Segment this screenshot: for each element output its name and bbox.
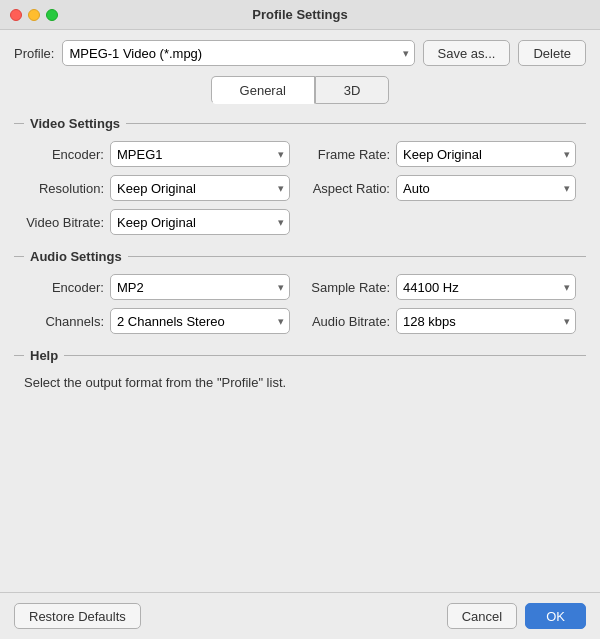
audio-encoder-select-wrapper: MP2MP3AAC [110, 274, 290, 300]
help-section: Help Select the output format from the "… [14, 348, 586, 568]
resolution-select-wrapper: Keep Original320x240640x4801280x720 [110, 175, 290, 201]
framerate-select[interactable]: Keep Original23.9762529.9730 [396, 141, 576, 167]
profile-row: Profile: MPEG-1 Video (*.mpg) MPEG-2 Vid… [14, 40, 586, 66]
audiobitrate-select[interactable]: 128 kbps64 kbps192 kbps256 kbps [396, 308, 576, 334]
aspectratio-label: Aspect Ratio: [310, 181, 390, 196]
minimize-button[interactable] [28, 9, 40, 21]
audiobitrate-label: Audio Bitrate: [310, 314, 390, 329]
videobitrate-select[interactable]: Keep Original512 kbps1000 kbps2000 kbps [110, 209, 290, 235]
audio-settings-section: Audio Settings Encoder: MP2MP3AAC Sample… [14, 249, 586, 334]
delete-button[interactable]: Delete [518, 40, 586, 66]
video-settings-header: Video Settings [14, 116, 586, 131]
audiobitrate-row: Audio Bitrate: 128 kbps64 kbps192 kbps25… [310, 308, 576, 334]
main-content: Profile: MPEG-1 Video (*.mpg) MPEG-2 Vid… [0, 30, 600, 592]
tabs-row: General 3D [14, 76, 586, 104]
encoder-label: Encoder: [24, 147, 104, 162]
title-bar: Profile Settings [0, 0, 600, 30]
audio-settings-header: Audio Settings [14, 249, 586, 264]
framerate-row: Frame Rate: Keep Original23.9762529.9730 [310, 141, 576, 167]
framerate-label: Frame Rate: [310, 147, 390, 162]
resolution-select[interactable]: Keep Original320x240640x4801280x720 [110, 175, 290, 201]
encoder-select-wrapper: MPEG1MPEG2H.264 [110, 141, 290, 167]
aspectratio-row: Aspect Ratio: Auto4:316:9 [310, 175, 576, 201]
channels-select[interactable]: 2 Channels Stereo1 Channel Mono6 Channel… [110, 308, 290, 334]
close-button[interactable] [10, 9, 22, 21]
videobitrate-row: Video Bitrate: Keep Original512 kbps1000… [24, 209, 290, 235]
samplerate-row: Sample Rate: 44100 Hz22050 Hz48000 Hz [310, 274, 576, 300]
channels-label: Channels: [24, 314, 104, 329]
samplerate-select[interactable]: 44100 Hz22050 Hz48000 Hz [396, 274, 576, 300]
section-right-line [126, 123, 586, 124]
audio-encoder-label: Encoder: [24, 280, 104, 295]
help-header: Help [14, 348, 586, 363]
tab-general[interactable]: General [211, 76, 315, 104]
video-settings-grid: Encoder: MPEG1MPEG2H.264 Frame Rate: Kee… [14, 141, 586, 235]
audio-settings-title: Audio Settings [24, 249, 128, 264]
encoder-select[interactable]: MPEG1MPEG2H.264 [110, 141, 290, 167]
section-left-line [14, 123, 24, 124]
videobitrate-label: Video Bitrate: [24, 215, 104, 230]
samplerate-select-wrapper: 44100 Hz22050 Hz48000 Hz [396, 274, 576, 300]
help-section-right-line [64, 355, 586, 356]
audio-section-right-line [128, 256, 586, 257]
tab-3d[interactable]: 3D [315, 76, 390, 104]
traffic-lights [10, 9, 58, 21]
resolution-row: Resolution: Keep Original320x240640x4801… [24, 175, 290, 201]
help-title: Help [24, 348, 64, 363]
audio-encoder-select[interactable]: MP2MP3AAC [110, 274, 290, 300]
audio-settings-grid: Encoder: MP2MP3AAC Sample Rate: 44100 Hz… [14, 274, 586, 334]
audio-encoder-row: Encoder: MP2MP3AAC [24, 274, 290, 300]
channels-select-wrapper: 2 Channels Stereo1 Channel Mono6 Channel… [110, 308, 290, 334]
profile-select[interactable]: MPEG-1 Video (*.mpg) MPEG-2 Video (*.mpg… [62, 40, 414, 66]
maximize-button[interactable] [46, 9, 58, 21]
help-text: Select the output format from the "Profi… [14, 373, 586, 393]
restore-defaults-button[interactable]: Restore Defaults [14, 603, 141, 629]
save-as-button[interactable]: Save as... [423, 40, 511, 66]
aspectratio-select-wrapper: Auto4:316:9 [396, 175, 576, 201]
channels-row: Channels: 2 Channels Stereo1 Channel Mon… [24, 308, 290, 334]
audiobitrate-select-wrapper: 128 kbps64 kbps192 kbps256 kbps [396, 308, 576, 334]
help-section-left-line [14, 355, 24, 356]
ok-button[interactable]: OK [525, 603, 586, 629]
encoder-row: Encoder: MPEG1MPEG2H.264 [24, 141, 290, 167]
profile-label: Profile: [14, 46, 54, 61]
audio-section-left-line [14, 256, 24, 257]
bottom-bar: Restore Defaults Cancel OK [0, 592, 600, 639]
window-title: Profile Settings [252, 7, 347, 22]
samplerate-label: Sample Rate: [310, 280, 390, 295]
resolution-label: Resolution: [24, 181, 104, 196]
videobitrate-select-wrapper: Keep Original512 kbps1000 kbps2000 kbps [110, 209, 290, 235]
aspectratio-select[interactable]: Auto4:316:9 [396, 175, 576, 201]
framerate-select-wrapper: Keep Original23.9762529.9730 [396, 141, 576, 167]
profile-select-wrapper: MPEG-1 Video (*.mpg) MPEG-2 Video (*.mpg… [62, 40, 414, 66]
video-settings-section: Video Settings Encoder: MPEG1MPEG2H.264 … [14, 116, 586, 235]
bottom-right-buttons: Cancel OK [447, 603, 586, 629]
cancel-button[interactable]: Cancel [447, 603, 517, 629]
video-settings-title: Video Settings [24, 116, 126, 131]
